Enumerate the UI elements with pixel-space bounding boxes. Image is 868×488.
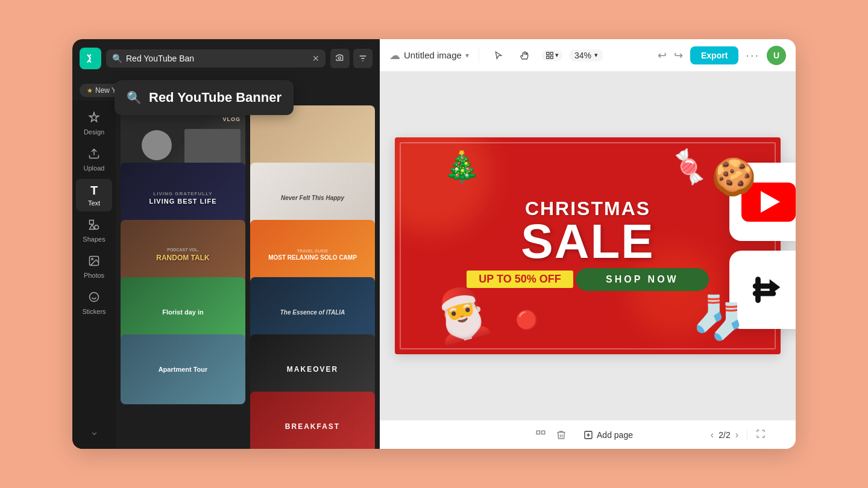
zoom-chevron-icon: ▾ [594, 51, 598, 59]
svg-rect-5 [90, 221, 94, 225]
youtube-play-triangle [761, 191, 780, 213]
layout-chevron-icon: ▾ [555, 51, 559, 59]
svg-rect-12 [550, 52, 553, 54]
prev-page-button[interactable]: ‹ [711, 430, 714, 440]
app-logo[interactable] [80, 48, 101, 69]
banner-shop-button[interactable]: SHOP NOW [576, 268, 709, 291]
fit-page-button[interactable] [756, 429, 766, 441]
page-navigation: ‹ 2/2 › [711, 429, 766, 441]
main-container: 🔍 ✕ [72, 39, 796, 449]
right-panel: ☁ Untitled image ▾ ▾ 34% ▾ ↩ ↪ Export [380, 39, 796, 449]
current-page: 2 [719, 430, 723, 440]
search-clear-button[interactable]: ✕ [312, 54, 319, 63]
deco-wreath: 🎄 [443, 149, 480, 184]
suggestion-text[interactable]: Red YouTube Banner [149, 90, 281, 105]
redo-button[interactable]: ↪ [674, 49, 683, 62]
undo-button[interactable]: ↩ [658, 49, 667, 62]
svg-point-6 [95, 225, 99, 230]
svg-point-10 [90, 293, 99, 302]
user-avatar[interactable]: U [767, 46, 786, 65]
layout-group-button[interactable]: ▾ [542, 50, 562, 61]
card-text-makeover: MAKEOVER [287, 365, 338, 374]
export-button[interactable]: Export [690, 46, 738, 64]
search-icon: 🔍 [112, 54, 122, 63]
select-tool-button[interactable] [489, 46, 508, 65]
banner-discount-text: UP TO 50% OFF [467, 271, 573, 288]
document-title[interactable]: Untitled image [404, 50, 462, 60]
template-card-apartment[interactable]: Apartment Tour [121, 334, 245, 404]
delete-page-button[interactable] [556, 430, 567, 440]
sidebar-item-design[interactable]: Design [76, 107, 112, 140]
upload-icon [88, 148, 100, 163]
total-pages: 2 [726, 430, 731, 440]
page-options-button[interactable] [535, 430, 546, 440]
svg-rect-14 [550, 56, 553, 58]
card-text-apartment: Apartment Tour [159, 366, 208, 373]
deco-ornaments: 🔴 [515, 309, 538, 330]
cloud-save-icon: ☁ [389, 49, 400, 62]
sidebar-label-photos: Photos [84, 272, 104, 279]
sidebar: Design Upload T Text Shapes [72, 101, 116, 449]
svg-rect-17 [536, 431, 539, 434]
deco-gingerbread: 🍪 [711, 155, 756, 198]
sidebar-label-text: Text [88, 199, 100, 207]
sidebar-item-stickers[interactable]: Stickers [76, 286, 112, 320]
svg-marker-7 [90, 225, 95, 230]
search-bar[interactable]: 🔍 ✕ [106, 49, 326, 67]
add-page-label: Add page [597, 430, 633, 440]
templates-grid: CAFEVLOG LIVING GRATEFULLY LIVING BEST L… [116, 101, 380, 449]
zoom-value: 34% [574, 51, 591, 60]
capcut-logo [746, 267, 791, 313]
card-text-italia: The Essence of ITALIA [280, 309, 345, 316]
photos-icon [88, 255, 100, 270]
banner-main-content: CHRISTMAS SALE UP TO 50% OFF SHOP NOW [467, 198, 708, 294]
deco-stocking: 🧦 [692, 293, 744, 342]
more-options-button[interactable]: ··· [746, 48, 760, 62]
card-text-random: RANDOM TALK [156, 254, 209, 262]
christmas-banner: 🎄 🎅 🍬 🍪 🧦 🔴 CHRISTMAS SALE UP TO 50% OFF… [395, 137, 781, 354]
page-count: 2/2 [719, 430, 730, 440]
bottom-toolbar: Add page ‹ 2/2 › [380, 420, 796, 449]
card-text-living: LIVING BEST LIFE [149, 198, 217, 205]
svg-rect-11 [547, 52, 549, 54]
shapes-icon [88, 219, 100, 234]
search-input[interactable] [126, 54, 309, 63]
sidebar-label-shapes: Shapes [83, 236, 105, 243]
svg-rect-13 [547, 56, 549, 58]
title-area: ☁ Untitled image ▾ [389, 49, 469, 62]
filter-button[interactable] [353, 49, 373, 68]
add-page-button[interactable]: Add page [576, 427, 640, 443]
svg-point-0 [338, 57, 341, 59]
camera-search-button[interactable] [330, 49, 350, 68]
sidebar-item-text[interactable]: T Text [76, 179, 112, 211]
sidebar-label-design: Design [84, 128, 104, 136]
zoom-control[interactable]: 34% ▾ [570, 49, 603, 61]
text-icon: T [90, 184, 98, 198]
hand-tool-button[interactable] [515, 46, 535, 65]
left-panel: 🔍 ✕ [72, 39, 380, 449]
svg-point-9 [92, 258, 93, 260]
card-text-florist: Florist day in [162, 308, 203, 316]
sidebar-label-stickers: Stickers [82, 308, 105, 315]
sidebar-item-shapes[interactable]: Shapes [76, 214, 112, 248]
top-toolbar: ☁ Untitled image ▾ ▾ 34% ▾ ↩ ↪ Export [380, 39, 796, 72]
nav-separator [747, 429, 747, 441]
suggestion-search-icon: 🔍 [127, 90, 142, 105]
toolbar-separator [479, 48, 479, 63]
sidebar-collapse-button[interactable]: ⌄ [90, 425, 99, 443]
left-header: 🔍 ✕ [72, 39, 380, 74]
sidebar-item-photos[interactable]: Photos [76, 250, 112, 284]
svg-rect-18 [542, 431, 545, 434]
sidebar-item-upload[interactable]: Upload [76, 143, 112, 177]
search-suggestion: 🔍 Red YouTube Banner [115, 80, 294, 115]
template-card-breakfast[interactable]: BREAKFAST [250, 392, 375, 449]
design-icon [88, 111, 100, 127]
canvas-area: 🎄 🎅 🍬 🍪 🧦 🔴 CHRISTMAS SALE UP TO 50% OFF… [380, 72, 796, 420]
panel-body: Design Upload T Text Shapes [72, 101, 380, 449]
title-chevron-icon[interactable]: ▾ [465, 51, 469, 60]
next-page-button[interactable]: › [735, 430, 738, 440]
stickers-icon [88, 291, 100, 306]
canvas-page: 🎄 🎅 🍬 🍪 🧦 🔴 CHRISTMAS SALE UP TO 50% OFF… [395, 137, 781, 354]
banner-sale-text: SALE [467, 220, 708, 263]
card-text-breakfast: BREAKFAST [285, 422, 340, 431]
